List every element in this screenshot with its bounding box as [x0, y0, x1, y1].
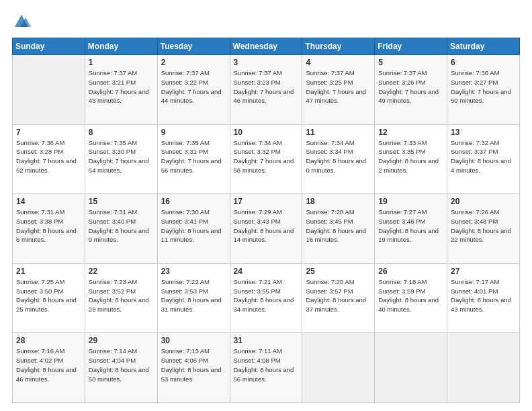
day-number: 8 — [89, 128, 154, 137]
day-info: Sunrise: 7:23 AM Sunset: 3:52 PM Dayligh… — [89, 277, 154, 314]
calendar-cell: 22Sunrise: 7:23 AM Sunset: 3:52 PM Dayli… — [85, 263, 157, 333]
day-info: Sunrise: 7:27 AM Sunset: 3:46 PM Dayligh… — [378, 208, 443, 244]
calendar-cell: 28Sunrise: 7:16 AM Sunset: 4:02 PM Dayli… — [13, 333, 85, 403]
day-info: Sunrise: 7:25 AM Sunset: 3:50 PM Dayligh… — [16, 277, 81, 314]
day-number: 17 — [234, 197, 299, 206]
day-number: 27 — [451, 267, 516, 276]
day-info: Sunrise: 7:14 AM Sunset: 4:04 PM Dayligh… — [89, 347, 154, 383]
calendar-cell: 11Sunrise: 7:34 AM Sunset: 3:34 PM Dayli… — [302, 124, 375, 194]
day-info: Sunrise: 7:32 AM Sunset: 3:37 PM Dayligh… — [451, 138, 516, 175]
column-header-monday: Monday — [85, 38, 157, 55]
day-number: 23 — [161, 267, 226, 276]
day-info: Sunrise: 7:37 AM Sunset: 3:26 PM Dayligh… — [378, 68, 443, 105]
calendar-cell — [302, 333, 375, 403]
calendar-page: SundayMondayTuesdayWednesdayThursdayFrid… — [0, 0, 532, 411]
calendar-header-row: SundayMondayTuesdayWednesdayThursdayFrid… — [13, 38, 520, 55]
calendar-cell — [447, 333, 520, 403]
calendar-cell: 17Sunrise: 7:29 AM Sunset: 3:43 PM Dayli… — [230, 194, 302, 264]
day-info: Sunrise: 7:26 AM Sunset: 3:48 PM Dayligh… — [451, 208, 516, 244]
logo-icon — [12, 12, 31, 31]
logo — [12, 12, 34, 31]
day-info: Sunrise: 7:37 AM Sunset: 3:22 PM Dayligh… — [161, 68, 226, 105]
calendar-cell: 26Sunrise: 7:18 AM Sunset: 3:59 PM Dayli… — [375, 263, 447, 333]
day-number: 12 — [378, 128, 443, 137]
calendar-cell: 27Sunrise: 7:17 AM Sunset: 4:01 PM Dayli… — [447, 263, 520, 333]
calendar-cell: 20Sunrise: 7:26 AM Sunset: 3:48 PM Dayli… — [447, 194, 520, 264]
calendar-week-4: 28Sunrise: 7:16 AM Sunset: 4:02 PM Dayli… — [13, 333, 520, 403]
column-header-wednesday: Wednesday — [230, 38, 302, 55]
calendar-week-0: 1Sunrise: 7:37 AM Sunset: 3:21 PM Daylig… — [13, 55, 520, 125]
calendar-cell: 24Sunrise: 7:21 AM Sunset: 3:55 PM Dayli… — [230, 263, 302, 333]
day-info: Sunrise: 7:31 AM Sunset: 3:38 PM Dayligh… — [16, 208, 81, 244]
calendar-cell: 19Sunrise: 7:27 AM Sunset: 3:46 PM Dayli… — [375, 194, 447, 264]
calendar-cell: 16Sunrise: 7:30 AM Sunset: 3:41 PM Dayli… — [157, 194, 230, 264]
calendar-cell: 6Sunrise: 7:36 AM Sunset: 3:27 PM Daylig… — [447, 55, 520, 125]
calendar-cell — [13, 55, 85, 125]
column-header-saturday: Saturday — [447, 38, 520, 55]
column-header-friday: Friday — [375, 38, 447, 55]
calendar-cell: 1Sunrise: 7:37 AM Sunset: 3:21 PM Daylig… — [85, 55, 157, 125]
day-info: Sunrise: 7:21 AM Sunset: 3:55 PM Dayligh… — [234, 277, 299, 314]
day-number: 13 — [451, 128, 516, 137]
calendar-cell: 18Sunrise: 7:28 AM Sunset: 3:45 PM Dayli… — [302, 194, 375, 264]
calendar-cell: 8Sunrise: 7:35 AM Sunset: 3:30 PM Daylig… — [85, 124, 157, 194]
column-header-thursday: Thursday — [302, 38, 375, 55]
column-header-sunday: Sunday — [13, 38, 85, 55]
calendar-cell: 10Sunrise: 7:34 AM Sunset: 3:32 PM Dayli… — [230, 124, 302, 194]
day-number: 5 — [378, 58, 443, 67]
day-info: Sunrise: 7:33 AM Sunset: 3:35 PM Dayligh… — [378, 138, 443, 175]
day-number: 30 — [161, 336, 226, 345]
calendar-cell: 15Sunrise: 7:31 AM Sunset: 3:40 PM Dayli… — [85, 194, 157, 264]
day-info: Sunrise: 7:29 AM Sunset: 3:43 PM Dayligh… — [234, 208, 299, 244]
column-header-tuesday: Tuesday — [157, 38, 230, 55]
day-info: Sunrise: 7:13 AM Sunset: 4:06 PM Dayligh… — [161, 347, 226, 383]
day-number: 2 — [161, 58, 226, 67]
day-number: 18 — [306, 197, 371, 206]
day-info: Sunrise: 7:36 AM Sunset: 3:27 PM Dayligh… — [451, 68, 516, 105]
day-info: Sunrise: 7:20 AM Sunset: 3:57 PM Dayligh… — [306, 277, 371, 314]
calendar-cell: 7Sunrise: 7:36 AM Sunset: 3:28 PM Daylig… — [13, 124, 85, 194]
day-info: Sunrise: 7:37 AM Sunset: 3:23 PM Dayligh… — [234, 68, 299, 105]
day-number: 24 — [234, 267, 299, 276]
calendar-cell: 4Sunrise: 7:37 AM Sunset: 3:25 PM Daylig… — [302, 55, 375, 125]
day-info: Sunrise: 7:35 AM Sunset: 3:30 PM Dayligh… — [89, 138, 154, 175]
day-number: 15 — [89, 197, 154, 206]
day-number: 19 — [378, 197, 443, 206]
day-info: Sunrise: 7:22 AM Sunset: 3:53 PM Dayligh… — [161, 277, 226, 314]
day-info: Sunrise: 7:37 AM Sunset: 3:21 PM Dayligh… — [89, 68, 154, 105]
day-info: Sunrise: 7:30 AM Sunset: 3:41 PM Dayligh… — [161, 208, 226, 244]
calendar-cell: 9Sunrise: 7:35 AM Sunset: 3:31 PM Daylig… — [157, 124, 230, 194]
calendar-table: SundayMondayTuesdayWednesdayThursdayFrid… — [12, 38, 520, 403]
day-number: 7 — [16, 128, 81, 137]
calendar-cell: 14Sunrise: 7:31 AM Sunset: 3:38 PM Dayli… — [13, 194, 85, 264]
day-number: 29 — [89, 336, 154, 345]
day-number: 26 — [378, 267, 443, 276]
day-number: 22 — [89, 267, 154, 276]
day-info: Sunrise: 7:31 AM Sunset: 3:40 PM Dayligh… — [89, 208, 154, 244]
day-info: Sunrise: 7:18 AM Sunset: 3:59 PM Dayligh… — [378, 277, 443, 314]
calendar-week-1: 7Sunrise: 7:36 AM Sunset: 3:28 PM Daylig… — [13, 124, 520, 194]
day-info: Sunrise: 7:17 AM Sunset: 4:01 PM Dayligh… — [451, 277, 516, 314]
day-number: 20 — [451, 197, 516, 206]
day-number: 3 — [234, 58, 299, 67]
calendar-week-2: 14Sunrise: 7:31 AM Sunset: 3:38 PM Dayli… — [13, 194, 520, 264]
calendar-cell: 5Sunrise: 7:37 AM Sunset: 3:26 PM Daylig… — [375, 55, 447, 125]
day-number: 11 — [306, 128, 371, 137]
calendar-cell — [375, 333, 447, 403]
day-number: 14 — [16, 197, 81, 206]
calendar-cell: 23Sunrise: 7:22 AM Sunset: 3:53 PM Dayli… — [157, 263, 230, 333]
day-info: Sunrise: 7:34 AM Sunset: 3:32 PM Dayligh… — [234, 138, 299, 175]
day-info: Sunrise: 7:36 AM Sunset: 3:28 PM Dayligh… — [16, 138, 81, 175]
day-info: Sunrise: 7:11 AM Sunset: 4:08 PM Dayligh… — [234, 347, 299, 383]
day-number: 21 — [16, 267, 81, 276]
calendar-cell: 12Sunrise: 7:33 AM Sunset: 3:35 PM Dayli… — [375, 124, 447, 194]
day-number: 4 — [306, 58, 371, 67]
day-number: 25 — [306, 267, 371, 276]
calendar-cell: 31Sunrise: 7:11 AM Sunset: 4:08 PM Dayli… — [230, 333, 302, 403]
day-number: 1 — [89, 58, 154, 67]
day-number: 28 — [16, 336, 81, 345]
header — [12, 12, 520, 31]
day-info: Sunrise: 7:16 AM Sunset: 4:02 PM Dayligh… — [16, 347, 81, 383]
calendar-cell: 13Sunrise: 7:32 AM Sunset: 3:37 PM Dayli… — [447, 124, 520, 194]
day-number: 6 — [451, 58, 516, 67]
